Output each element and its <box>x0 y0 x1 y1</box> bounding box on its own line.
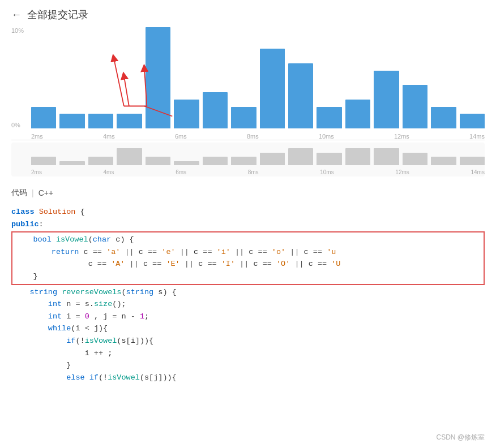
chart-bar <box>146 27 170 128</box>
chart-bar <box>31 107 56 128</box>
chart-bars-container <box>31 27 485 128</box>
code-line: class Solution { <box>11 206 485 218</box>
mini-chart-bar <box>374 148 399 165</box>
mini-chart-bar <box>59 161 84 165</box>
x-label: 2ms <box>31 133 43 140</box>
mini-x-label: 12ms <box>395 169 409 175</box>
mini-chart-bar <box>174 161 199 165</box>
chart-x-labels: 2ms 4ms 6ms 8ms 10ms 12ms 14ms <box>31 133 485 140</box>
page-title: 全部提交记录 <box>27 8 88 21</box>
mini-x-label: 4ms <box>104 169 114 175</box>
mini-chart-bar <box>317 153 341 165</box>
code-line: int n = s.size(); <box>11 298 485 311</box>
x-label: 4ms <box>103 133 115 140</box>
mini-chart-bar <box>288 148 313 165</box>
chart-bar <box>345 100 370 128</box>
chart-bar <box>317 107 341 128</box>
chart-bar <box>174 100 199 128</box>
main-chart: 10% 0% 2ms 4ms 6ms 8ms 10ms 12ms 14ms <box>11 27 485 140</box>
x-label: 6ms <box>175 133 187 140</box>
code-line: if(!isVowel(s[i])){ <box>11 335 485 347</box>
watermark: CSDN @修炼室 <box>436 433 485 442</box>
mini-chart-bar <box>31 157 56 165</box>
chart-bar <box>59 114 84 128</box>
x-label: 14ms <box>469 133 485 140</box>
chart-bar <box>231 107 256 128</box>
code-section: 代码 | C++ class Solution { public: bool i… <box>0 182 496 395</box>
code-block: class Solution { public: bool isVowel(ch… <box>11 206 485 384</box>
mini-chart-bar <box>431 157 456 165</box>
mini-chart: 2ms 4ms 6ms 8ms 10ms 12ms 14ms <box>11 143 485 176</box>
chart-bar <box>88 114 113 128</box>
code-line: i ++ ; <box>11 347 485 360</box>
x-label: 12ms <box>394 133 409 140</box>
mini-chart-bar <box>88 157 113 165</box>
x-label: 10ms <box>319 133 334 140</box>
mini-x-label: 10ms <box>320 169 333 175</box>
code-line: int i = 0 , j = n - 1; <box>11 311 485 323</box>
code-line: else if(!isVowel(s[j])){ <box>11 372 485 384</box>
mini-x-label: 14ms <box>471 169 484 175</box>
mini-x-label: 2ms <box>31 169 42 175</box>
separator: | <box>32 188 34 197</box>
highlighted-code-block: bool isVowel(char c) { return c == 'a' |… <box>11 231 485 285</box>
chart-y-labels: 10% 0% <box>11 27 24 140</box>
chart-bar <box>460 114 485 128</box>
chart-bar <box>117 114 142 128</box>
chart-bar <box>431 107 456 128</box>
mini-chart-bar <box>460 157 485 165</box>
mini-chart-bar <box>231 157 256 165</box>
mini-chart-bar <box>403 153 427 165</box>
page-header: ← 全部提交记录 <box>0 0 496 27</box>
code-line: } <box>11 359 485 372</box>
mini-chart-bar <box>146 157 170 165</box>
mini-x-label: 6ms <box>176 169 186 175</box>
chart-bar <box>403 85 427 128</box>
mini-chart-bar <box>203 157 228 165</box>
mini-chart-x-labels: 2ms 4ms 6ms 8ms 10ms 12ms 14ms <box>31 169 485 175</box>
y-label-top: 10% <box>11 27 24 34</box>
mini-chart-bar <box>345 148 370 165</box>
chart-bar <box>288 63 313 128</box>
code-line: while(i < j){ <box>11 322 485 335</box>
code-lang: C++ <box>39 188 53 197</box>
chart-section: 10% 0% 2ms 4ms 6ms 8ms 10ms 12ms 14ms <box>0 27 496 182</box>
code-line: string reverseVowels(string s) { <box>11 286 485 299</box>
chart-bar <box>260 49 285 128</box>
x-label: 8ms <box>247 133 259 140</box>
y-label-bottom: 0% <box>11 122 24 128</box>
code-line: public: <box>11 218 485 231</box>
mini-chart-bars-container <box>31 145 485 165</box>
chart-bar <box>203 92 228 128</box>
mini-chart-bar <box>260 153 285 165</box>
code-label: 代码 <box>11 188 27 198</box>
mini-chart-bar <box>117 148 142 165</box>
mini-x-label: 8ms <box>248 169 259 175</box>
back-button[interactable]: ← <box>11 9 22 21</box>
chart-bar <box>374 71 399 128</box>
code-lang-bar: 代码 | C++ <box>11 188 485 198</box>
